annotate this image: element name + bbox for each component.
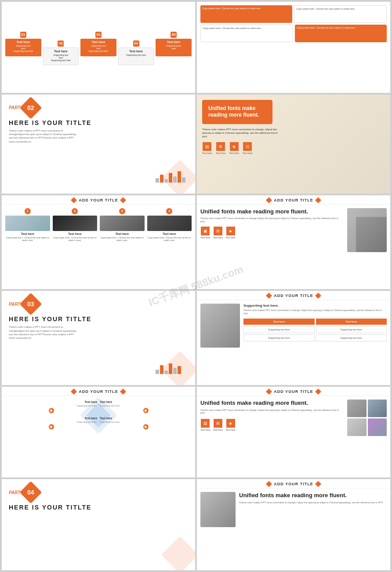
step-title-1: Text here: [7, 40, 40, 44]
step-support-4a: Supporting text here: [120, 54, 152, 56]
step-item-4: 04 Text here Supporting text here: [118, 38, 154, 65]
slide6r-header: ADD YOUR TITLE: [197, 479, 390, 488]
slide5r-photos: [347, 400, 387, 436]
step-num-2: 02: [58, 40, 64, 47]
quad-title-bl: Text here: [5, 417, 97, 420]
icon-row-5r: ▤ Text here ⊞ Text here ◈ Text here: [200, 419, 344, 431]
body-6r: Theme color makes PPT more convenient to…: [239, 501, 387, 505]
quad-body-br: Supporting text here.: [100, 421, 192, 423]
paste-row-1: Copy paste fonts. Choose the only option…: [200, 5, 387, 23]
icon-row-3r: ▣ Text here ⊞ Text here ◈ Text here: [200, 227, 344, 239]
body-5r: Theme color makes PPT more convenient to…: [200, 409, 344, 415]
step4-title-1: Text here: [5, 232, 50, 235]
step-box-3: Text here Supporting text here Supportin…: [80, 39, 116, 56]
icon-item-4: ⊡ Text here: [243, 142, 253, 154]
part-diamond-4l: 03: [20, 293, 42, 315]
diamond-right-5l: [120, 389, 126, 395]
step-support-1c: Supporting text here: [7, 50, 40, 52]
diamond-right-5r: [315, 389, 321, 395]
icon-5r-2: ⊞ Text here: [213, 419, 223, 431]
step4-img-2: [53, 216, 98, 231]
slide-quad: ADD YOUR TITLE Text here Supporting text…: [2, 387, 195, 478]
big-quote-5r: Unified fonts make reading more fluent.: [200, 400, 344, 407]
slide-2r-desc: Theme color makes PPT more convenient to…: [202, 128, 281, 139]
bar-4l-2: [160, 365, 163, 374]
quad-bl: Text here Supporting text here. ▣: [5, 417, 97, 430]
big-quote-title-3r: Unified fonts make reading more fluent.: [200, 208, 344, 216]
icon-sq-3: ◈: [230, 142, 239, 151]
slide4r-info: Supporting text here. Theme color makes …: [243, 304, 387, 348]
step4-num-1: 1: [25, 208, 31, 214]
grid-cell-6: Supporting text here: [316, 334, 387, 341]
step4-title-3: Text here: [100, 232, 145, 235]
icon-item-3r-3: ◈ Text here: [225, 227, 236, 239]
slide-main-title-2l: HERE IS YOUR TITLTE: [9, 119, 188, 126]
icon-sq-3r-3: ◈: [226, 227, 235, 235]
grid-cell-2: Text here: [316, 319, 387, 325]
slide-body-4l: Theme color makes a PPT more convenient …: [9, 325, 79, 340]
step-item-1: 01 Text here Supporting text here Suppor…: [5, 29, 41, 56]
icon-5r-1: ▤ Text here: [200, 419, 211, 431]
step4-body-3: Copy paste font s. Choose the only optio…: [100, 236, 145, 242]
step-item-5: 05 Text here Supporting text here: [156, 29, 192, 56]
slide-part-03: PART 03 HERE IS YOUR TITLTE Theme color …: [2, 291, 195, 385]
icon-label-3r-1: Text here: [200, 236, 211, 239]
slide6r-text: Unified fonts make reading more fluent. …: [239, 492, 387, 527]
add-title-label-5r: ADD YOUR TITLE: [274, 389, 313, 394]
bar-3: [164, 179, 168, 183]
part-label-4l: PART: [9, 302, 20, 307]
icon-sq-5r-3: ◈: [226, 419, 235, 428]
icon-label-3: Text here: [229, 152, 239, 154]
slide-main-title-4l: HERE IS YOUR TITLTE: [9, 315, 188, 323]
icon-label-4: Text here: [243, 152, 253, 154]
paste-box-1: Copy paste fonts. Choose the only option…: [200, 5, 292, 23]
slide3r-right: [347, 208, 387, 252]
part-badge-6l: PART 04: [9, 484, 188, 500]
bar-7: [182, 177, 185, 183]
slide5r-left: Unified fonts make reading more fluent. …: [200, 400, 344, 436]
step4-item-2: 2 Text here Copy paste fonts. Choose the…: [53, 208, 98, 242]
slide5r-body: Unified fonts make reading more fluent. …: [197, 396, 390, 440]
photo-5r-1: [347, 400, 367, 417]
slide3r-body: Unified fonts make reading more fluent. …: [197, 205, 390, 256]
step-box-5: Text here Supporting text here: [156, 39, 192, 56]
add-title-label-3r: ADD YOUR TITLE: [274, 198, 313, 202]
add-title-label-6r: ADD YOUR TITLE: [274, 482, 313, 486]
slide-deco-4l: [151, 359, 195, 385]
photo-6r: [200, 492, 236, 527]
body-small-3r: Theme color makes PPT more convenient to…: [200, 217, 344, 224]
slide-laptop-6r: ADD YOUR TITLE Unified fonts make readin…: [197, 479, 390, 570]
dot-tr: ▣: [143, 408, 149, 413]
bar-6: [178, 171, 181, 183]
diamond-left-6r: [266, 481, 272, 487]
slide-main-title-6l: HERE IS YOUR TITLTE: [9, 504, 188, 511]
photo-5r-3: [347, 418, 367, 436]
slide-body-2l: Theme color makes a PPT more convenient …: [9, 129, 79, 144]
step-title-5: Text here: [157, 40, 190, 44]
step-support-5b: here: [157, 47, 190, 50]
icon-label-5r-1: Text here: [200, 429, 211, 431]
chart-bars: [156, 169, 195, 183]
quad-body-tr: Supporting text here.: [100, 404, 192, 407]
slide-paste-boxes: Copy paste fonts. Choose the only option…: [197, 2, 390, 93]
diamond-right-3l: [120, 197, 126, 203]
step-num-1: 01: [20, 32, 26, 38]
icon-item-3r-1: ▣ Text here: [200, 227, 211, 239]
slide-numbered-steps: 01 Text here Supporting text here Suppor…: [2, 2, 195, 93]
grid-2x2: Text here Text here Supporting text here…: [243, 319, 387, 341]
dot-tl: ▣: [49, 408, 54, 413]
slide-part-02: PART 02 HERE IS YOUR TITLTE Theme color …: [2, 95, 195, 194]
add-title-label-3l: ADD YOUR TITLE: [79, 198, 118, 202]
step-box-4: Text here Supporting text here: [118, 48, 154, 65]
slide-photos-grid-5r: ADD YOUR TITLE Unified fonts make readin…: [197, 387, 390, 478]
slide-deco-2l: [151, 167, 195, 194]
slide5l-header: ADD YOUR TITLE: [2, 387, 195, 396]
icon-item-1: ▤ Text here: [202, 142, 212, 154]
slide6r-body: Unified fonts make reading more fluent. …: [197, 488, 390, 531]
diamond-left-5l: [71, 389, 77, 395]
step4-item-4: 4 Text here Copy paste fonts. Choose the…: [147, 208, 192, 242]
step-item-3: 03 Text here Supporting text here Suppor…: [80, 29, 116, 56]
icon-sq-3r-1: ▣: [201, 227, 210, 235]
diamond-left-3l: [71, 197, 77, 203]
mini-chart-4l: [156, 361, 195, 385]
